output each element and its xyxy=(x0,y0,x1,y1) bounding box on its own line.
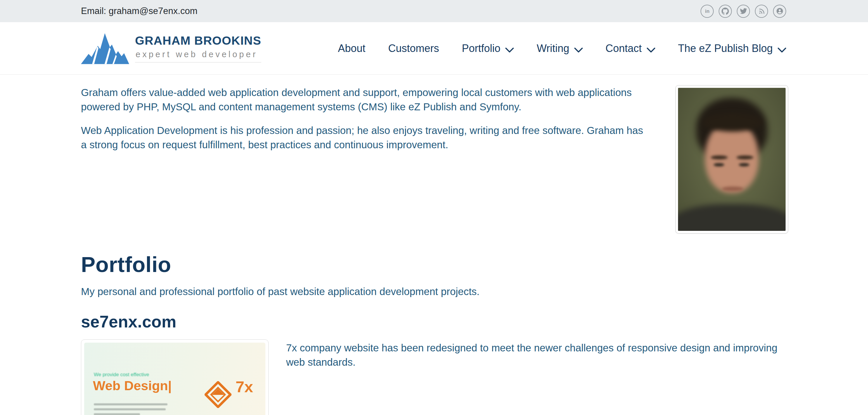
photo-brow xyxy=(711,155,728,159)
github-icon[interactable] xyxy=(719,5,732,18)
brand-logo[interactable]: GRAHAM BROOKINS expert web developer xyxy=(81,32,261,65)
portfolio-heading: Portfolio xyxy=(81,252,788,277)
project-description: 7x company website has been redesigned t… xyxy=(286,339,788,369)
twitter-icon[interactable] xyxy=(737,5,750,18)
brand-tagline: expert web developer xyxy=(135,47,261,63)
portrait-photo-frame xyxy=(675,85,788,234)
preview-text-line xyxy=(94,413,140,415)
rss-icon[interactable] xyxy=(755,5,768,18)
sevenx-logo-icon xyxy=(205,381,231,409)
nav-label: About xyxy=(338,42,365,55)
nav-item-portfolio[interactable]: Portfolio xyxy=(462,41,514,56)
chevron-down-icon xyxy=(647,43,655,56)
svg-text:in: in xyxy=(705,8,709,14)
nav-item-customers[interactable]: Customers xyxy=(388,42,439,55)
social-links: in xyxy=(701,5,786,18)
photo-eye xyxy=(739,163,749,166)
email-text: Email: graham@se7enx.com xyxy=(81,6,197,16)
website-preview: We provide cost effective Web Design| Re… xyxy=(84,343,266,415)
photo-brow xyxy=(737,155,753,159)
chevron-down-icon xyxy=(574,43,583,56)
nav-item-about[interactable]: About xyxy=(338,42,365,55)
main-content: Graham offers value-added web applicatio… xyxy=(0,75,868,415)
site-header: GRAHAM BROOKINS expert web developer Abo… xyxy=(0,22,868,75)
mountain-icon xyxy=(81,32,129,65)
portfolio-subtitle: My personal and professional portfolio o… xyxy=(81,286,788,298)
photo-fringe xyxy=(703,113,762,132)
intro-section: Graham offers value-added web applicatio… xyxy=(81,85,788,234)
project-heading: se7enx.com xyxy=(81,312,788,331)
preview-eyebrow: We provide cost effective xyxy=(94,372,149,378)
preview-text-block xyxy=(94,403,167,415)
photo-eye xyxy=(714,163,724,166)
intro-paragraph-2: Web Application Development is his profe… xyxy=(81,123,647,152)
nav-label: The eZ Publish Blog xyxy=(678,42,773,55)
project-row: We provide cost effective Web Design| Re… xyxy=(81,339,788,415)
sevenx-logo-text: 7x xyxy=(236,378,253,396)
preview-heading: Web Design| xyxy=(93,378,172,393)
linkedin-icon[interactable]: in xyxy=(701,5,714,18)
user-icon[interactable] xyxy=(773,5,786,18)
photo-mouth xyxy=(722,186,744,191)
preview-text-line xyxy=(94,408,166,410)
nav-label: Portfolio xyxy=(462,42,500,55)
nav-label: Contact xyxy=(606,42,642,55)
nav-item-writing[interactable]: Writing xyxy=(536,41,583,56)
photo-shirt xyxy=(678,204,785,231)
preview-text-line xyxy=(94,403,167,405)
nav-item-contact[interactable]: Contact xyxy=(606,41,655,56)
nav-label: Writing xyxy=(536,42,569,55)
chevron-down-icon xyxy=(505,43,514,56)
intro-text: Graham offers value-added web applicatio… xyxy=(81,85,662,152)
portrait-photo xyxy=(678,88,785,231)
intro-paragraph-1: Graham offers value-added web applicatio… xyxy=(81,85,647,114)
brand-name: GRAHAM BROOKINS xyxy=(135,34,261,47)
chevron-down-icon xyxy=(778,43,786,56)
main-nav: About Customers Portfolio Writing Contac… xyxy=(338,41,786,56)
nav-label: Customers xyxy=(388,42,439,55)
topbar: Email: graham@se7enx.com in xyxy=(0,0,868,22)
project-thumbnail[interactable]: We provide cost effective Web Design| Re… xyxy=(81,339,269,415)
page: Email: graham@se7enx.com in xyxy=(0,0,868,415)
nav-item-ez-publish-blog[interactable]: The eZ Publish Blog xyxy=(678,41,786,56)
brand-text: GRAHAM BROOKINS expert web developer xyxy=(135,34,261,63)
